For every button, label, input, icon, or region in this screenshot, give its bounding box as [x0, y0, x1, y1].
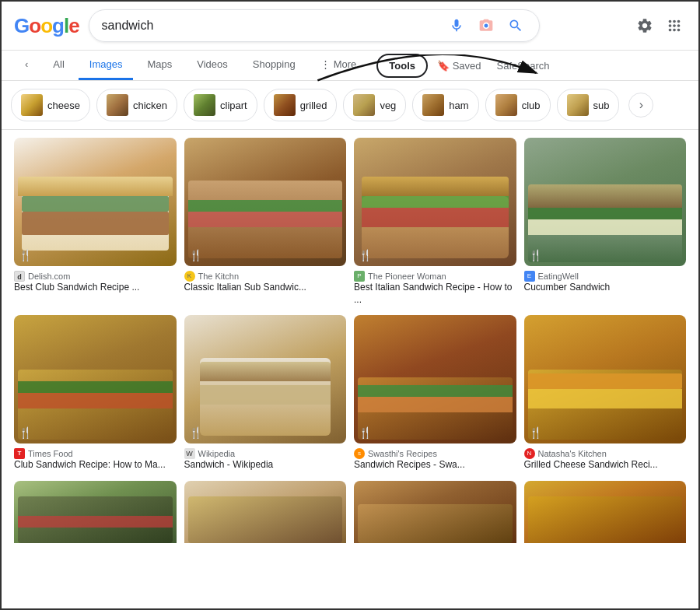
filter-chip-ham[interactable]: ham	[412, 89, 478, 121]
filter-chip-chicken[interactable]: chicken	[96, 89, 177, 121]
image-card-6[interactable]: 🍴 W Wikipedia Sandwich - Wikipedia	[184, 315, 347, 473]
recipe-badge: 🍴	[189, 249, 202, 261]
recipe-badge: 🍴	[529, 426, 542, 439]
image-title-7: Sandwich Recipes - Swa...	[354, 459, 516, 472]
saved-button[interactable]: 🔖 Saved	[431, 57, 488, 75]
image-card-2[interactable]: 🍴 K The Kitchn Classic Italian Sub Sandw…	[184, 138, 347, 307]
search-bar[interactable]	[89, 9, 540, 42]
image-card-11[interactable]	[354, 481, 516, 543]
image-title-4: Cucumber Sandwich	[524, 282, 687, 294]
image-source-7: s Swasthi's Recipes	[354, 448, 516, 459]
image-card-10[interactable]	[184, 481, 347, 543]
nav-tabs: ‹ All Images Maps Videos Shopping ⋮ More…	[2, 51, 698, 81]
image-title-2: Classic Italian Sub Sandwic...	[184, 282, 347, 294]
header: Google	[2, 2, 698, 51]
image-grid: 🍴 d Delish.com Best Club Sandwich Recipe…	[2, 130, 698, 551]
filter-chip-club[interactable]: club	[485, 89, 551, 121]
camera-icon[interactable]	[475, 15, 497, 37]
tab-more[interactable]: ⋮ More	[310, 51, 368, 80]
search-input[interactable]	[102, 19, 438, 33]
tab-shopping[interactable]: Shopping	[242, 51, 306, 80]
recipe-badge: 🍴	[19, 249, 32, 261]
image-card-4[interactable]: 🍴 E EatingWell Cucumber Sandwich	[524, 138, 687, 307]
image-source-8: N Natasha's Kitchen	[524, 448, 687, 459]
microphone-icon[interactable]	[446, 15, 467, 37]
filter-chip-cheese[interactable]: cheese	[11, 89, 90, 121]
tab-videos[interactable]: Videos	[186, 51, 239, 80]
image-source-6: W Wikipedia	[184, 448, 347, 459]
recipe-badge: 🍴	[359, 249, 372, 261]
image-title-3: Best Italian Sandwich Recipe - How to ..…	[354, 282, 516, 306]
tab-images[interactable]: Images	[79, 51, 134, 80]
filter-chip-veg[interactable]: veg	[343, 89, 406, 121]
image-source-4: E EatingWell	[524, 271, 687, 282]
header-right	[633, 14, 686, 37]
safesearch-button[interactable]: SafeSearch	[491, 57, 556, 75]
search-icon[interactable]	[505, 15, 527, 37]
recipe-badge: 🍴	[189, 426, 202, 439]
tools-button[interactable]: Tools	[376, 54, 428, 78]
recipe-badge: 🍴	[529, 249, 542, 261]
image-source-3: P The Pioneer Woman	[354, 271, 516, 282]
image-title-1: Best Club Sandwich Recipe ...	[14, 282, 177, 294]
search-icon-group	[446, 15, 527, 37]
image-card-5[interactable]: 🍴 T Times Food Club Sandwich Recipe: How…	[14, 315, 177, 473]
image-card-9[interactable]	[14, 481, 177, 543]
filter-chip-clipart[interactable]: clipart	[184, 89, 257, 121]
filter-chip-sub[interactable]: sub	[557, 89, 620, 121]
image-source-2: K The Kitchn	[184, 271, 347, 282]
image-source-1: d Delish.com	[14, 271, 177, 282]
recipe-badge: 🍴	[19, 426, 32, 439]
image-title-6: Sandwich - Wikipedia	[184, 459, 347, 472]
image-card-1[interactable]: 🍴 d Delish.com Best Club Sandwich Recipe…	[14, 138, 177, 307]
tab-all[interactable]: All	[42, 51, 75, 80]
image-title-5: Club Sandwich Recipe: How to Ma...	[14, 459, 177, 472]
filter-chip-grilled[interactable]: grilled	[264, 89, 338, 121]
google-logo: Google	[14, 14, 79, 38]
filter-chips: cheese chicken clipart grilled veg ham c…	[2, 81, 698, 130]
image-card-3[interactable]: 🍴 P The Pioneer Woman Best Italian Sandw…	[354, 138, 516, 307]
image-title-8: Grilled Cheese Sandwich Reci...	[524, 459, 687, 472]
filter-next-button[interactable]: ›	[628, 93, 653, 117]
recipe-badge: 🍴	[359, 426, 372, 439]
tab-maps[interactable]: Maps	[136, 51, 183, 80]
image-card-8[interactable]: 🍴 N Natasha's Kitchen Grilled Cheese San…	[524, 315, 687, 473]
nav-area: ‹ All Images Maps Videos Shopping ⋮ More…	[2, 51, 698, 81]
image-card-7[interactable]: 🍴 s Swasthi's Recipes Sandwich Recipes -…	[354, 315, 516, 473]
image-source-5: T Times Food	[14, 448, 177, 459]
settings-icon[interactable]	[633, 14, 656, 37]
image-card-12[interactable]	[524, 481, 687, 543]
nav-back[interactable]: ‹	[14, 51, 39, 80]
apps-icon[interactable]	[663, 14, 686, 37]
